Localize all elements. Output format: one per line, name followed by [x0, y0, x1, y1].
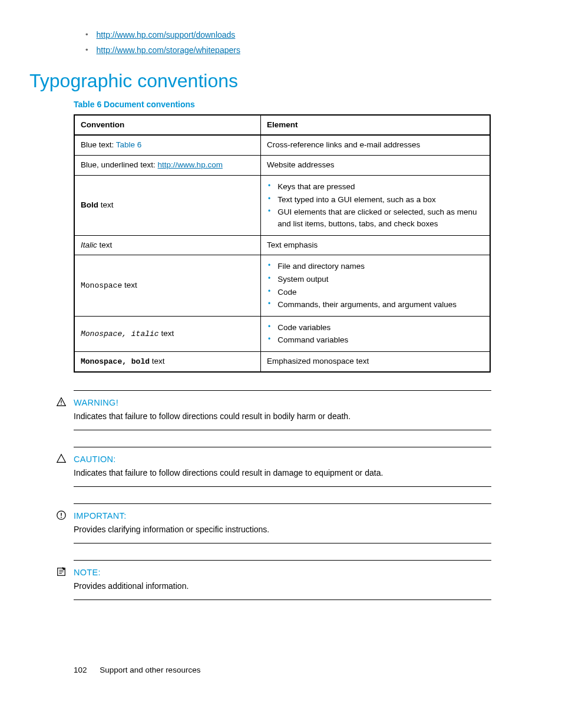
table-row: Monospace, bold text Emphasized monospac…	[74, 351, 490, 372]
bullet-icon: •	[268, 334, 270, 344]
table-caption: Table 6 Document conventions	[74, 99, 527, 111]
cell-text: Cross-reference links and e-mail address…	[261, 135, 491, 155]
caution-icon	[56, 453, 67, 464]
table-row: Bold text •Keys that are pressed •Text t…	[74, 176, 490, 235]
caution-title: CAUTION:	[74, 453, 491, 465]
important-icon	[56, 510, 67, 521]
bullet-icon: •	[268, 322, 270, 332]
svg-point-4	[61, 516, 62, 518]
note-icon	[56, 566, 67, 577]
cell-text: text	[98, 200, 114, 209]
th-element: Element	[261, 115, 491, 136]
warning-title: WARNING!	[74, 397, 491, 409]
cell-text: Text emphasis	[261, 235, 491, 255]
list-item: System output	[277, 274, 328, 285]
cell-text: text	[97, 241, 113, 249]
footer: 102 Support and other resources	[74, 665, 527, 676]
warning-icon	[56, 397, 67, 407]
important-callout: IMPORTANT: Provides clarifying informati…	[74, 503, 491, 543]
cell-text: Website addresses	[261, 156, 491, 176]
list-item: Keys that are pressed	[277, 181, 355, 193]
th-convention: Convention	[74, 115, 261, 136]
italic-sample: Italic	[81, 241, 97, 249]
note-callout: NOTE: Provides additional information.	[74, 560, 491, 600]
bullet-icon: •	[268, 206, 270, 216]
cell-text: text	[150, 357, 165, 365]
cell-list: •Code variables •Command variables	[267, 322, 484, 346]
table-row: Monospace text •File and directory names…	[74, 255, 490, 316]
cell-list: •Keys that are pressed •Text typed into …	[267, 181, 484, 229]
note-body: Provides additional information.	[74, 581, 491, 592]
list-item: Code variables	[277, 322, 330, 334]
mono-sample: Monospace	[81, 281, 122, 290]
table-row: Monospace, italic text •Code variables •…	[74, 316, 490, 351]
svg-point-1	[61, 404, 62, 405]
page-title: Typographic conventions	[29, 68, 527, 94]
cell-text: text	[159, 329, 174, 338]
cell-text: Blue, underlined text:	[81, 160, 158, 169]
list-item: File and directory names	[277, 261, 365, 272]
bullet-icon: •	[85, 29, 88, 40]
warning-callout: WARNING! Indicates that failure to follo…	[74, 390, 491, 430]
link-whitepapers[interactable]: http://www.hp.com/storage/whitepapers	[97, 45, 240, 57]
table-row: Italic text Text emphasis	[74, 235, 490, 255]
table-row: Blue, underlined text: http://www.hp.com…	[74, 156, 490, 176]
important-body: Provides clarifying information or speci…	[74, 524, 491, 536]
mono-bold-sample: Monospace, bold	[81, 357, 150, 366]
link-table6[interactable]: Table 6	[116, 140, 142, 149]
caution-body: Indicates that failure to follow directi…	[74, 467, 491, 479]
footer-section: Support and other resources	[100, 666, 200, 674]
bullet-icon: •	[268, 261, 270, 271]
important-title: IMPORTANT:	[74, 510, 491, 522]
link-downloads[interactable]: http://www.hp.com/support/downloads	[97, 29, 236, 41]
warning-body: Indicates that failure to follow directi…	[74, 411, 491, 423]
bullet-icon: •	[268, 194, 270, 204]
list-item: GUI elements that are clicked or selecte…	[277, 206, 484, 229]
list-item: Command variables	[277, 334, 348, 346]
cell-text: text	[122, 281, 137, 289]
bullet-icon: •	[268, 274, 270, 284]
cell-text: Blue text:	[81, 140, 116, 149]
link-hp[interactable]: http://www.hp.com	[158, 160, 223, 169]
note-title: NOTE:	[74, 566, 491, 578]
table-row: Blue text: Table 6 Cross-reference links…	[74, 135, 490, 155]
page-number: 102	[74, 666, 87, 674]
caution-callout: CAUTION: Indicates that failure to follo…	[74, 447, 491, 487]
bullet-icon: •	[268, 299, 270, 309]
cell-list: •File and directory names •System output…	[267, 261, 484, 310]
bold-sample: Bold	[81, 200, 98, 209]
cell-text: Emphasized monospace text	[261, 351, 491, 372]
bullet-icon: •	[85, 45, 88, 55]
list-item: Commands, their arguments, and argument …	[277, 299, 457, 311]
mono-italic-sample: Monospace, italic	[81, 330, 159, 338]
bullet-icon: •	[268, 181, 270, 191]
conventions-table: Convention Element Blue text: Table 6 Cr…	[74, 114, 491, 373]
list-item: Code	[277, 286, 296, 298]
top-links: • http://www.hp.com/support/downloads • …	[85, 29, 527, 56]
bullet-icon: •	[268, 286, 270, 297]
list-item: Text typed into a GUI element, such as a…	[277, 194, 436, 206]
